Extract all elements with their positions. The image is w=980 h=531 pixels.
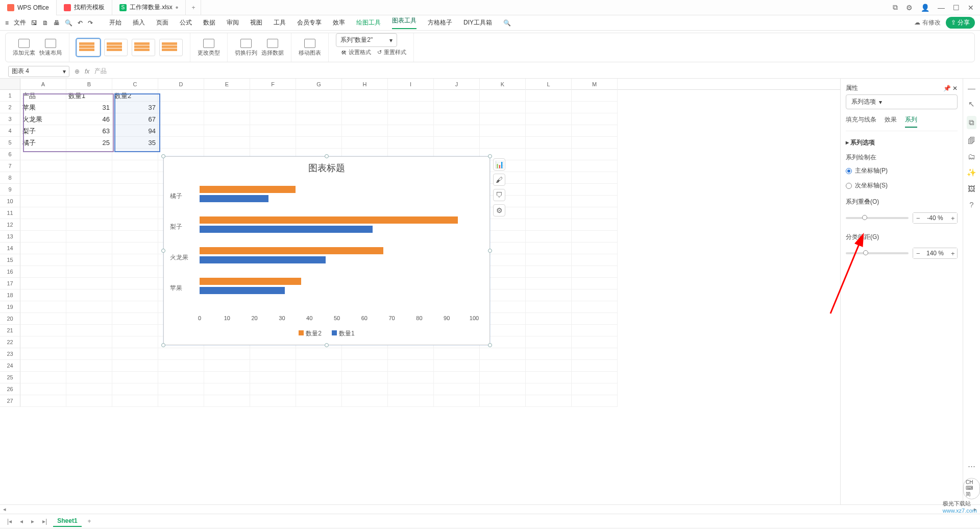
cell[interactable] <box>20 172 66 184</box>
cell[interactable] <box>388 372 434 383</box>
gap-spinner[interactable]: −140 %+ <box>913 248 958 259</box>
row-header[interactable]: 4 <box>0 125 20 137</box>
cell[interactable] <box>250 113 296 125</box>
col-header[interactable]: H <box>342 79 388 90</box>
cell[interactable] <box>526 125 572 137</box>
cell[interactable]: 产品 <box>20 90 66 102</box>
cell[interactable] <box>158 125 204 137</box>
cell[interactable] <box>250 102 296 113</box>
cell[interactable] <box>66 348 112 360</box>
cell[interactable] <box>526 219 572 231</box>
bar-数量2[interactable] <box>200 186 296 193</box>
cell[interactable] <box>20 289 66 301</box>
col-header[interactable]: M <box>572 79 618 90</box>
export-icon[interactable]: 🗎 <box>42 19 48 27</box>
col-header[interactable]: J <box>434 79 480 90</box>
cell[interactable] <box>342 395 388 407</box>
cell[interactable] <box>20 207 66 219</box>
cell[interactable] <box>572 160 618 172</box>
chart-settings-button[interactable]: ⚙ <box>493 204 505 216</box>
row-header[interactable]: 2 <box>0 102 20 113</box>
tab-formula[interactable]: 公式 <box>180 18 192 27</box>
cell[interactable] <box>20 231 66 243</box>
cell[interactable] <box>572 336 618 348</box>
row-header[interactable]: 26 <box>0 383 20 395</box>
cell[interactable] <box>20 266 66 278</box>
cell[interactable] <box>572 102 618 113</box>
cell[interactable] <box>526 360 572 372</box>
preview-icon[interactable]: 🔍 <box>65 19 72 27</box>
cell[interactable] <box>112 160 158 172</box>
cell[interactable] <box>526 266 572 278</box>
cell[interactable] <box>66 231 112 243</box>
resize-handle[interactable] <box>488 154 492 158</box>
cell[interactable]: 数量1 <box>66 90 112 102</box>
tab-tool[interactable]: 工具 <box>274 18 286 27</box>
cell[interactable] <box>296 383 342 395</box>
search-icon[interactable]: 🔍 <box>503 19 511 27</box>
cell[interactable] <box>158 90 204 102</box>
bar-数量2[interactable] <box>200 216 458 224</box>
style-thumb-4[interactable] <box>159 39 183 56</box>
cell[interactable] <box>112 278 158 289</box>
cell[interactable] <box>296 360 342 372</box>
plot-area[interactable]: 橘子梨子火龙果苹果 <box>200 178 474 311</box>
cell[interactable] <box>480 348 526 360</box>
select-data-button[interactable]: 选择数据 <box>261 39 284 57</box>
tab-chart-tools[interactable]: 图表工具 <box>392 16 416 29</box>
cell[interactable] <box>112 254 158 266</box>
row-header[interactable]: 21 <box>0 325 20 336</box>
cell[interactable] <box>250 125 296 137</box>
resize-handle[interactable] <box>161 154 165 158</box>
prev-sheet-button[interactable]: ◂ <box>18 518 25 525</box>
cell[interactable] <box>572 184 618 196</box>
cell[interactable] <box>342 113 388 125</box>
cell[interactable] <box>112 395 158 407</box>
cell[interactable] <box>204 113 250 125</box>
chart-element-select[interactable]: 系列"数量2"▾ <box>336 33 397 47</box>
share-button[interactable]: ⇪ 分享 <box>946 17 975 29</box>
cell[interactable] <box>20 196 66 207</box>
cell[interactable] <box>572 196 618 207</box>
cell[interactable] <box>480 102 526 113</box>
row-header[interactable]: 11 <box>0 207 20 219</box>
tab-review[interactable]: 审阅 <box>227 18 239 27</box>
cell[interactable] <box>20 278 66 289</box>
cell[interactable] <box>572 125 618 137</box>
tab-data[interactable]: 数据 <box>203 18 215 27</box>
name-box[interactable]: 图表 4▾ <box>8 66 69 77</box>
cell[interactable]: 数量2 <box>112 90 158 102</box>
add-sheet-button[interactable]: + <box>86 518 93 525</box>
row-header[interactable]: 12 <box>0 219 20 231</box>
cell[interactable] <box>66 254 112 266</box>
resize-handle[interactable] <box>161 343 165 347</box>
cell[interactable] <box>526 289 572 301</box>
cell[interactable] <box>296 90 342 102</box>
cell[interactable] <box>66 313 112 325</box>
select-tool-icon[interactable]: ↖ <box>968 100 975 109</box>
cell[interactable] <box>526 313 572 325</box>
cell[interactable] <box>526 348 572 360</box>
layout-icon[interactable]: 🗂 <box>968 152 975 161</box>
cell[interactable] <box>388 113 434 125</box>
cell[interactable] <box>204 383 250 395</box>
cell[interactable] <box>112 243 158 254</box>
sheet-tab[interactable]: Sheet1 <box>53 516 81 527</box>
cell[interactable] <box>526 301 572 313</box>
cell[interactable] <box>526 90 572 102</box>
cell[interactable] <box>20 336 66 348</box>
cell[interactable]: 梨子 <box>20 125 66 137</box>
cube-icon[interactable]: ⚙ <box>906 4 913 12</box>
cell[interactable] <box>434 395 480 407</box>
cell[interactable] <box>572 301 618 313</box>
col-header[interactable]: L <box>526 79 572 90</box>
col-header[interactable]: F <box>250 79 296 90</box>
cell[interactable] <box>20 160 66 172</box>
cell[interactable] <box>480 90 526 102</box>
move-chart-button[interactable]: 移动图表 <box>299 39 321 57</box>
cell[interactable] <box>66 266 112 278</box>
save-icon[interactable]: 🖫 <box>31 19 37 27</box>
first-sheet-button[interactable]: |◂ <box>5 518 14 525</box>
tab-view[interactable]: 视图 <box>250 18 262 27</box>
cell[interactable] <box>66 278 112 289</box>
